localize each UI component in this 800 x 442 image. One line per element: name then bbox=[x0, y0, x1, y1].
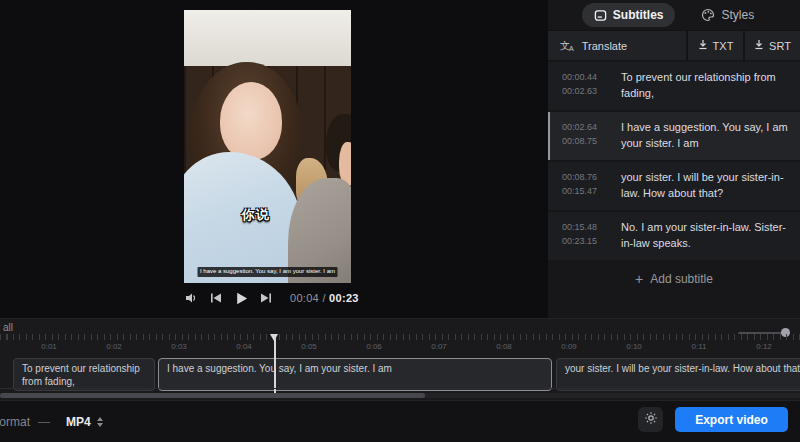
format-divider: — bbox=[38, 415, 50, 429]
export-video-button[interactable]: Export video bbox=[675, 407, 788, 432]
subtitle-row[interactable]: 00:15.4800:23.15No. I am your sister-in-… bbox=[548, 212, 800, 260]
tab-styles[interactable]: Styles bbox=[689, 3, 766, 27]
subtitle-text[interactable]: I have a suggestion. You say, I am your … bbox=[621, 120, 790, 152]
subtitles-panel: Subtitles Styles 文A Translate TXT SRT 00… bbox=[548, 0, 800, 318]
subtitle-text[interactable]: To prevent our relationship from fading, bbox=[621, 70, 790, 102]
download-srt-label: SRT bbox=[769, 40, 791, 52]
gear-icon bbox=[644, 411, 658, 429]
play-button[interactable] bbox=[234, 291, 248, 305]
format-select[interactable]: MP4 bbox=[66, 415, 103, 429]
bottom-bar: Format — MP4 Export video bbox=[0, 400, 800, 442]
ruler-tick-label: 0:09 bbox=[561, 342, 577, 351]
subtitle-text[interactable]: your sister. I will be your sister-in-la… bbox=[621, 170, 790, 202]
total-time: 00:23 bbox=[329, 292, 359, 304]
plus-icon: + bbox=[635, 272, 643, 286]
ruler-tick-label: 0:10 bbox=[626, 342, 642, 351]
timeline: Fit all 0:010:020:030:040:050:060:070:08… bbox=[0, 318, 800, 400]
panel-toolbar: 文A Translate TXT SRT bbox=[548, 30, 800, 60]
fit-all-label[interactable]: Fit all bbox=[0, 322, 13, 333]
subtitle-timestamps: 00:15.4800:23.15 bbox=[562, 220, 608, 252]
stepper-arrows-icon bbox=[97, 417, 103, 427]
time-separator: / bbox=[322, 292, 325, 304]
ruler-tick-label: 0:04 bbox=[236, 342, 252, 351]
ruler-tick-label: 0:05 bbox=[301, 342, 317, 351]
subtitle-timestamps: 00:00.4400:02.63 bbox=[562, 70, 608, 102]
ruler-tick-label: 0:02 bbox=[106, 342, 122, 351]
ruler-tick-label: 0:06 bbox=[366, 342, 382, 351]
video-wall bbox=[184, 10, 351, 68]
current-time: 00:04 bbox=[290, 292, 319, 304]
preview-area: 你说 I have a suggestion. You say, I am yo… bbox=[0, 0, 548, 318]
skip-previous-button[interactable] bbox=[209, 291, 223, 305]
video-canvas[interactable]: 你说 I have a suggestion. You say, I am yo… bbox=[184, 10, 351, 283]
subtitle-end-time: 00:08.75 bbox=[562, 134, 608, 148]
palette-icon bbox=[701, 8, 715, 22]
timeline-ruler: 0:010:020:030:040:050:060:070:080:090:10… bbox=[0, 334, 800, 354]
tab-subtitles-label: Subtitles bbox=[613, 8, 664, 22]
subtitle-start-time: 00:15.48 bbox=[562, 220, 608, 234]
subtitle-row[interactable]: 00:00.4400:02.63To prevent our relations… bbox=[548, 62, 800, 110]
time-display: 00:04 / 00:23 bbox=[290, 292, 359, 304]
subtitle-start-time: 00:00.44 bbox=[562, 70, 608, 84]
format-value: MP4 bbox=[66, 415, 91, 429]
format-group: Format — MP4 bbox=[0, 415, 103, 429]
timeline-subtitle-clip[interactable]: I have a suggestion. You say, I am your … bbox=[158, 358, 552, 391]
subtitle-list: 00:00.4400:02.63To prevent our relations… bbox=[548, 62, 800, 260]
subtitle-text[interactable]: No. I am your sister-in-law. Sister-in-l… bbox=[621, 220, 790, 252]
subtitle-end-time: 00:02.63 bbox=[562, 84, 608, 98]
tab-styles-label: Styles bbox=[721, 8, 754, 22]
settings-button[interactable] bbox=[638, 407, 663, 432]
timeline-subtitle-clip[interactable]: your sister. I will be your sister-in-la… bbox=[556, 358, 800, 391]
download-txt-label: TXT bbox=[713, 40, 734, 52]
clips-track: To prevent our relationship from fading,… bbox=[0, 358, 800, 391]
volume-icon bbox=[184, 291, 198, 305]
panel-tabs: Subtitles Styles bbox=[548, 0, 800, 30]
ruler-tick-label: 0:07 bbox=[431, 342, 447, 351]
video-burned-caption: 你说 bbox=[242, 206, 270, 224]
translate-icon: 文A bbox=[560, 39, 575, 53]
subtitle-timestamps: 00:08.7600:15.47 bbox=[562, 170, 608, 202]
subtitle-end-time: 00:23.15 bbox=[562, 234, 608, 248]
download-txt-button[interactable]: TXT bbox=[686, 31, 743, 60]
ruler-tick-label: 0:12 bbox=[756, 342, 772, 351]
ruler-tick-label: 0:01 bbox=[41, 342, 57, 351]
translate-label: Translate bbox=[582, 40, 627, 52]
ruler-tick-label: 0:03 bbox=[171, 342, 187, 351]
subtitle-timestamps: 00:02.6400:08.75 bbox=[562, 120, 608, 152]
subtitle-end-time: 00:15.47 bbox=[562, 184, 608, 198]
horizontal-scrollbar-thumb[interactable] bbox=[0, 393, 425, 398]
play-icon bbox=[235, 292, 248, 305]
volume-button[interactable] bbox=[184, 291, 198, 305]
timeline-footer bbox=[0, 388, 800, 400]
translate-button[interactable]: 文A Translate bbox=[548, 31, 686, 60]
download-icon bbox=[754, 39, 764, 52]
ruler-ticks bbox=[0, 334, 800, 340]
skip-next-button[interactable] bbox=[259, 291, 273, 305]
ruler-tick-label: 0:08 bbox=[496, 342, 512, 351]
player-controls: 00:04 / 00:23 bbox=[184, 288, 359, 308]
skip-previous-icon bbox=[210, 292, 222, 304]
subtitle-row[interactable]: 00:08.7600:15.47your sister. I will be y… bbox=[548, 162, 800, 210]
download-icon bbox=[698, 39, 708, 52]
add-subtitle-button[interactable]: + Add subtitle bbox=[548, 262, 800, 296]
ruler-tick-label: 0:11 bbox=[692, 342, 707, 351]
timeline-subtitle-clip[interactable]: To prevent our relationship from fading, bbox=[13, 358, 155, 391]
video-subtitle-overlay: I have a suggestion. You say, I am your … bbox=[197, 267, 338, 277]
add-subtitle-label: Add subtitle bbox=[650, 272, 713, 286]
video-woman-face bbox=[220, 82, 282, 160]
download-srt-button[interactable]: SRT bbox=[743, 31, 800, 60]
skip-next-icon bbox=[260, 292, 272, 304]
workspace: 你说 I have a suggestion. You say, I am yo… bbox=[0, 0, 800, 318]
tab-subtitles[interactable]: Subtitles bbox=[582, 3, 676, 27]
format-label: Format bbox=[0, 415, 30, 429]
subtitle-start-time: 00:08.76 bbox=[562, 170, 608, 184]
subtitle-row[interactable]: 00:02.6400:08.75I have a suggestion. You… bbox=[548, 112, 800, 160]
subtitle-box-icon bbox=[594, 9, 607, 22]
subtitle-start-time: 00:02.64 bbox=[562, 120, 608, 134]
